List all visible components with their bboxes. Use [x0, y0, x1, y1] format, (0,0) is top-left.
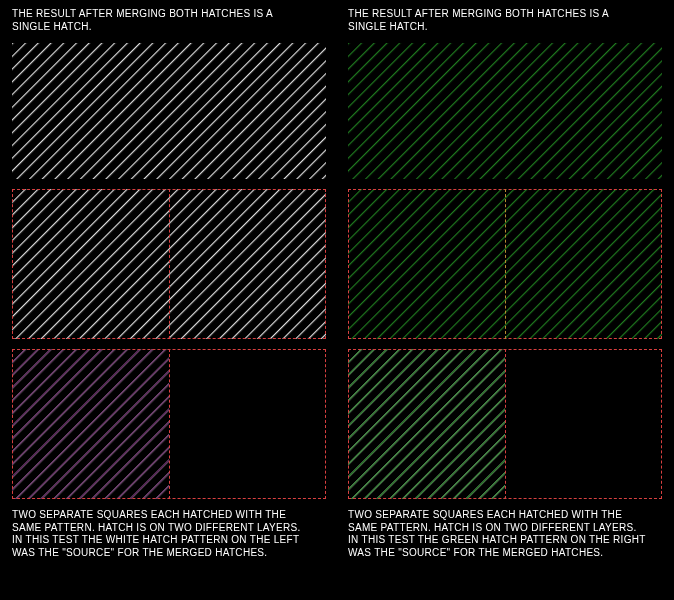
bottom-caption-left: TWO SEPARATE SQUARES EACH HATCHED WITH T… — [12, 509, 326, 559]
top-caption-left: THE RESULT AFTER MERGING BOTH HATCHES IS… — [12, 8, 326, 33]
hatch-right-top — [348, 43, 662, 179]
hatch-right-middle — [348, 189, 662, 339]
divider-left-bottom — [169, 349, 170, 499]
hatch-right-bottom-r — [348, 349, 505, 499]
panel-left-bottom — [12, 349, 326, 499]
top-caption-right: THE RESULT AFTER MERGING BOTH HATCHES IS… — [348, 8, 662, 33]
svg-rect-11 — [348, 189, 662, 339]
hatch-left-middle — [12, 189, 326, 339]
svg-rect-15 — [348, 349, 505, 499]
bottom-caption-right: TWO SEPARATE SQUARES EACH HATCHED WITH T… — [348, 509, 662, 559]
svg-rect-7 — [12, 349, 169, 499]
right-column: THE RESULT AFTER MERGING BOTH HATCHES IS… — [348, 8, 662, 594]
panel-right-middle — [348, 189, 662, 339]
panel-left-top — [12, 43, 326, 179]
svg-rect-3 — [12, 189, 326, 339]
svg-rect-9 — [348, 43, 662, 179]
divider-right-bottom — [505, 349, 506, 499]
panel-right-bottom — [348, 349, 662, 499]
hatch-left-bottom-r — [12, 349, 169, 499]
hatch-left-top — [12, 43, 326, 179]
panel-right-top — [348, 43, 662, 179]
panel-left-middle — [12, 189, 326, 339]
svg-rect-1 — [12, 43, 326, 179]
left-column: THE RESULT AFTER MERGING BOTH HATCHES IS… — [12, 8, 326, 594]
